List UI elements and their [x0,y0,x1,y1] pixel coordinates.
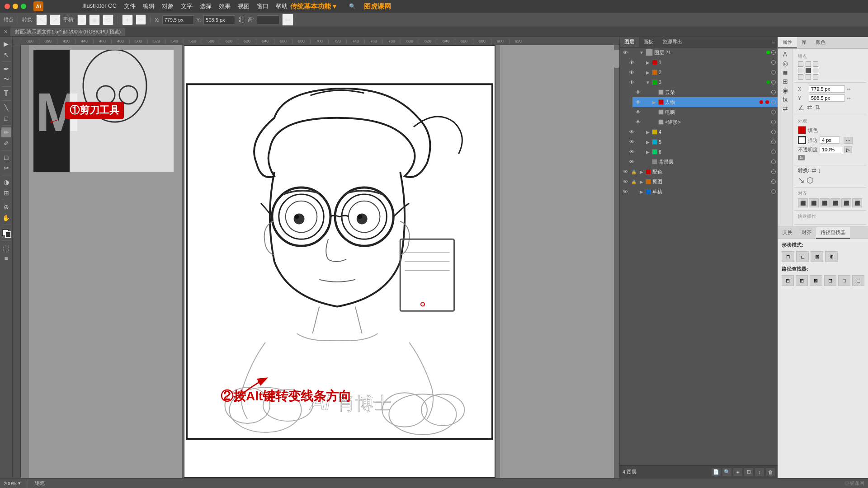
tab-close-icon[interactable]: ✕ [4,29,8,35]
tab-layers[interactable]: 图层 [620,37,639,47]
search-icon-top[interactable]: 🔍 [349,3,356,9]
layer-row-sketch[interactable]: 👁 ▶ 草稿 [620,187,778,197]
new-layer-btn[interactable]: 📄 [712,468,721,476]
menu-help[interactable]: 帮助 [276,2,288,10]
scrollbar-vertical[interactable] [614,45,619,478]
right-icon-1[interactable]: A [783,51,787,58]
layer-row-1[interactable]: 👁 ▶ 1 [626,57,778,67]
transform-icon-2[interactable]: ⬡ [807,175,814,185]
pf-crop-btn[interactable]: ⊡ [824,275,836,286]
layer-row-2[interactable]: 👁 ▶ 2 [626,67,778,77]
tab-library[interactable]: 库 [797,37,811,48]
layer-lock-orig[interactable]: 🔒 [630,178,637,185]
menu-window[interactable]: 窗口 [257,2,269,10]
layer-vis-sketch[interactable]: 👁 [622,188,629,195]
menu-file[interactable]: 文件 [124,2,136,10]
x-coord-input[interactable] [162,15,194,24]
layer-vis-bg[interactable]: 👁 [628,158,635,165]
layer-expand-mc[interactable]: ▶ [639,169,644,174]
anchor-ml[interactable] [798,68,803,73]
right-icon-4[interactable]: ⊞ [783,78,788,85]
handle-btn-3[interactable]: ⟲ [103,14,113,25]
layer-expand-person[interactable]: ▶ [651,100,657,105]
layer-row-4[interactable]: 👁 ▶ 4 [626,127,778,137]
layer-expand-1[interactable]: ▶ [645,60,651,65]
layer-vis-mc[interactable]: 👁 [622,168,629,175]
layer-vis-21[interactable]: 👁 [622,49,629,56]
layer-row-cloud[interactable]: 👁 云朵 [632,87,778,97]
merge-layer-btn[interactable]: ⊞ [744,468,753,476]
layer-expand-21[interactable]: ▼ [639,50,644,55]
tab-artboard[interactable]: 画板 [639,37,658,47]
layer-expand-sketch[interactable]: ▶ [639,189,644,194]
layer-vis-6[interactable]: 👁 [628,148,635,155]
layer-row-person[interactable]: 👁 ▶ 人物 [632,97,778,107]
type-tool[interactable]: T [1,89,11,99]
tab-transform[interactable]: 支换 [778,227,797,239]
layers-icon-left[interactable]: ≡ [1,253,11,263]
delete-layer-btn[interactable]: 🗑 [766,468,775,476]
right-icon-3[interactable]: ≣ [783,69,788,76]
maximize-button[interactable] [21,4,26,9]
handle-btn-1[interactable]: ⬦ [77,14,86,25]
tab-color[interactable]: 颜色 [811,37,830,48]
tab-align[interactable]: 对齐 [797,227,816,239]
pencil-tool[interactable]: ✐ [1,138,11,148]
tab-properties[interactable]: 属性 [778,37,797,48]
menu-view[interactable]: 视图 [238,2,250,10]
anchor-br[interactable] [813,74,818,80]
layer-expand-4[interactable]: ▶ [645,130,651,135]
zoom-dropdown-arrow[interactable]: ▾ [18,480,21,486]
layer-vis-pc[interactable]: 👁 [634,108,642,116]
right-icon-5[interactable]: ◉ [783,87,788,94]
document-tab[interactable]: 封面-演示源文件1.ai* @ 200% (RGB/GPU 预览) [10,28,125,36]
scrollbar-thumb[interactable] [614,50,619,68]
menu-effects[interactable]: 效果 [219,2,231,10]
anchor-bc[interactable] [806,74,811,80]
align-right-btn[interactable]: ⬛ [820,198,830,207]
menu-illustrator[interactable]: Illustrator CC [82,2,117,10]
menu-edit[interactable]: 编辑 [143,2,155,10]
layer-vis-4[interactable]: 👁 [628,128,635,136]
pf-divide-btn[interactable]: ⊟ [782,275,794,286]
layer-lock-mc[interactable]: 🔒 [630,168,637,175]
layer-expand-6[interactable]: ▶ [645,150,651,155]
layer-expand-orig[interactable]: ▶ [639,179,644,184]
layer-vis-person[interactable]: 👁 [634,99,642,106]
anchor-tc[interactable] [806,61,811,67]
layer-expand-5[interactable]: ▶ [645,140,651,145]
layer-row-matchcolor[interactable]: 👁 🔒 ▶ 配色 [620,167,778,177]
shape-unite-btn[interactable]: ⊓ [782,251,794,262]
layer-row-3[interactable]: 👁 ▼ 3 [626,77,778,87]
align-top-btn[interactable]: ⬛ [830,198,840,207]
layer-vis-orig[interactable]: 👁 [622,178,629,185]
x-value-input[interactable] [809,85,845,93]
width-input[interactable] [257,15,279,24]
curvature-tool[interactable]: 〜 [1,75,11,84]
shape-exclude-btn[interactable]: ⊕ [825,251,838,262]
y-value-input[interactable] [809,94,845,102]
brush-tool[interactable]: ✏ [1,127,11,137]
line-tool[interactable]: ╲ [1,103,11,113]
transform-btn-2[interactable]: ↗ [50,14,61,25]
menu-select[interactable]: 选择 [200,2,212,10]
fill-stroke-icon[interactable] [1,229,11,239]
x-unit-toggle[interactable]: ⇔ [847,87,850,92]
layer-row-21[interactable]: 👁 ▼ 图层 21 [620,47,778,57]
gradient-tool[interactable]: ◑ [1,177,11,187]
menu-text[interactable]: 文字 [181,2,193,10]
layer-row-pc[interactable]: 👁 电脑 [632,107,778,117]
flip-h-icon[interactable]: ⇄ [807,103,812,112]
align-center-btn[interactable]: ⬛ [809,198,819,207]
hand-tool[interactable]: ✋ [1,213,11,223]
stroke-swatch[interactable] [798,136,806,144]
transform-icon-1[interactable]: ↘ [798,175,805,185]
pen-tool[interactable]: ✒ [1,64,11,74]
right-icon-2[interactable]: ◎ [783,60,788,67]
zoom-tool[interactable]: ⊕ [1,202,11,212]
layer-row-original[interactable]: 👁 🔒 ▶ 原图 [620,177,778,187]
anchor-bl[interactable] [798,74,803,80]
transform-btn-1[interactable]: ↖ [36,14,47,25]
stroke-more-btn[interactable]: ⋯ [844,137,853,144]
tab-pathfinder[interactable]: 路径查找器 [816,227,850,239]
